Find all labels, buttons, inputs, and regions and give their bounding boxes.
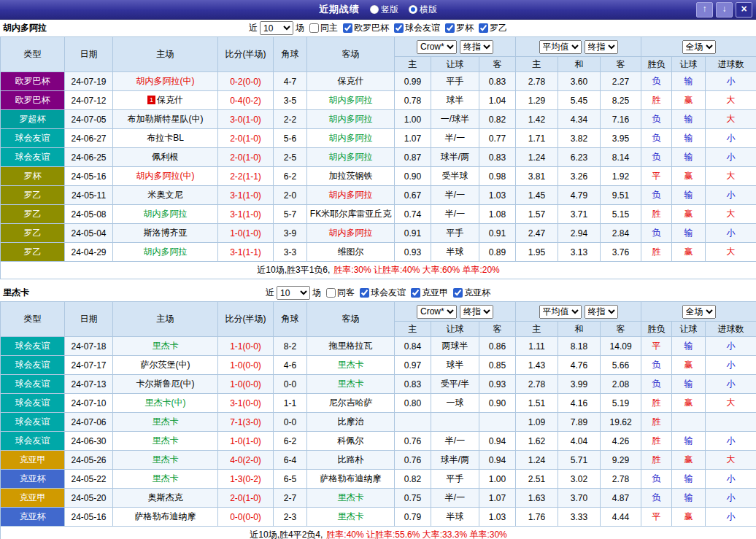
avg-away: 19.62	[601, 413, 641, 432]
sub-col-header: 和	[558, 57, 601, 72]
col-header: 日期	[65, 37, 113, 72]
layout-radio-vertical[interactable]: 竖版	[370, 4, 398, 16]
summary-rates: 胜率:40% 让胜率:55.6% 大率:33.3% 单率:30%	[326, 530, 506, 539]
away-team: 比路朴	[307, 451, 395, 470]
league-filter[interactable]: 球会友谊	[394, 22, 440, 34]
league-filter[interactable]: 罗乙	[479, 22, 507, 34]
summary-rates: 胜率:30% 让胜率:40% 大率:60% 单率:20%	[333, 265, 499, 275]
league-filter[interactable]: 欧罗巴杯	[343, 22, 389, 34]
odds-away: 0.83	[479, 72, 516, 91]
home-team: 里杰卡	[113, 337, 218, 356]
scope-select[interactable]: 全场	[682, 40, 716, 54]
league-filter[interactable]: 罗杯	[445, 22, 474, 34]
odds-stage-select[interactable]: 终指	[460, 305, 493, 319]
same-venue-filter[interactable]: 同主	[309, 22, 338, 34]
league-badge: 罗乙	[1, 186, 65, 205]
odds-stage-select[interactable]: 终指	[460, 40, 493, 54]
odds-home: 0.74	[395, 205, 431, 224]
match-date: 24-07-06	[65, 413, 113, 432]
layout-radio-horizontal[interactable]: 横版	[409, 4, 437, 16]
odds-home: 1.00	[395, 110, 431, 129]
average-odds-group: 平均值终指	[516, 37, 641, 57]
odds-handicap: 平手	[431, 470, 479, 489]
radio-unchecked-icon	[370, 5, 379, 14]
sub-col-header: 主	[395, 322, 431, 337]
league-badge: 球会友谊	[1, 394, 65, 413]
sub-col-header: 让球	[431, 57, 479, 72]
result-handicap: 输	[672, 489, 706, 508]
league-badge: 球会友谊	[1, 337, 65, 356]
avg-stage-select[interactable]: 终指	[585, 40, 618, 54]
games-count-select[interactable]: 10	[277, 286, 310, 300]
match-date: 24-07-13	[65, 375, 113, 394]
result-handicap: 输	[672, 375, 706, 394]
sections-container: 胡内多阿拉近10场同主欧罗巴杯球会友谊罗杯罗乙类型日期主场比分(半场)角球客场C…	[0, 20, 756, 539]
league-filter[interactable]: 球会友谊	[360, 287, 406, 299]
match-row: 罗乙24-05-08胡内多阿拉3-1(1-0)5-7FK米耶尔库雷亚丘克0.74…	[1, 205, 756, 224]
near-label: 近	[266, 287, 274, 299]
result-handicap: 赢	[672, 243, 706, 262]
same-venue-filter[interactable]: 同客	[326, 287, 355, 299]
bookmaker-select[interactable]: Crow*	[417, 305, 457, 319]
sub-col-header: 客	[601, 322, 641, 337]
corners: 3-9	[274, 224, 307, 243]
avg-stage-select[interactable]: 终指	[585, 305, 618, 319]
match-score: 3-1(1-0)	[218, 186, 274, 205]
avg-away: 9.51	[601, 186, 641, 205]
home-team: 里杰卡(中)	[113, 394, 218, 413]
league-checkbox[interactable]	[343, 23, 352, 33]
col-header: 主场	[113, 302, 218, 337]
scope-select[interactable]: 全场	[682, 305, 716, 319]
home-team: 里杰卡	[113, 451, 218, 470]
result-wdl: 胜	[641, 451, 672, 470]
odds-away: 0.86	[479, 337, 516, 356]
avg-draw: 3.99	[558, 375, 601, 394]
league-checkbox[interactable]	[445, 23, 455, 33]
scroll-up-button[interactable]: ↑	[696, 2, 713, 18]
match-row: 罗乙24-05-11米奥文尼3-1(1-0)2-0胡内多阿拉0.67半/一1.0…	[1, 186, 756, 205]
match-date: 24-07-19	[65, 72, 113, 91]
result-wdl: 胜	[641, 413, 672, 432]
odds-away: 0.82	[479, 110, 516, 129]
average-select[interactable]: 平均值	[539, 305, 582, 319]
result-goals: 小	[706, 489, 756, 508]
games-unit-label: 场	[296, 22, 304, 34]
odds-home: 0.84	[395, 337, 431, 356]
same-venue-checkbox[interactable]	[326, 288, 336, 298]
league-badge: 罗乙	[1, 205, 65, 224]
avg-away: 5.66	[601, 356, 641, 375]
away-team: 里杰卡	[307, 489, 395, 508]
home-team: 米奥文尼	[113, 186, 218, 205]
league-checkbox[interactable]	[479, 23, 488, 33]
league-checkbox[interactable]	[453, 288, 463, 298]
home-team: 布拉卡BL	[113, 129, 218, 148]
match-date: 24-07-17	[65, 356, 113, 375]
same-venue-checkbox[interactable]	[309, 23, 319, 33]
league-checkbox[interactable]	[411, 288, 420, 298]
col-header: 比分(半场)	[218, 302, 274, 337]
odds-away: 1.03	[479, 186, 516, 205]
avg-away: 1.92	[601, 167, 641, 186]
avg-draw: 5.45	[558, 91, 601, 110]
home-team: 里杰卡	[113, 470, 218, 489]
match-date: 24-06-27	[65, 129, 113, 148]
games-count-select[interactable]: 10	[260, 21, 293, 35]
scroll-down-button[interactable]: ↓	[716, 2, 733, 18]
league-checkbox[interactable]	[360, 288, 369, 298]
bookmaker-select[interactable]: Crow*	[417, 40, 457, 54]
average-select[interactable]: 平均值	[539, 40, 582, 54]
result-scope-group: 全场	[641, 37, 756, 57]
result-handicap	[672, 413, 706, 432]
match-row: 罗超杯24-07-05布加勒斯特星队(中)3-0(1-0)2-2胡内多阿拉1.0…	[1, 110, 756, 129]
match-score: 1-1(0-0)	[218, 337, 274, 356]
avg-home: 1.76	[516, 508, 558, 527]
league-filter[interactable]: 克亚杯	[453, 287, 490, 299]
league-checkbox[interactable]	[394, 23, 404, 33]
match-row: 球会友谊24-06-27布拉卡BL2-0(1-0)5-6胡内多阿拉1.07半/一…	[1, 129, 756, 148]
league-filter[interactable]: 克亚甲	[411, 287, 448, 299]
match-date: 24-05-22	[65, 470, 113, 489]
odds-home: 0.80	[395, 394, 431, 413]
result-handicap: 输	[672, 129, 706, 148]
close-button[interactable]: ×	[736, 2, 752, 18]
result-goals: 大	[706, 91, 756, 110]
